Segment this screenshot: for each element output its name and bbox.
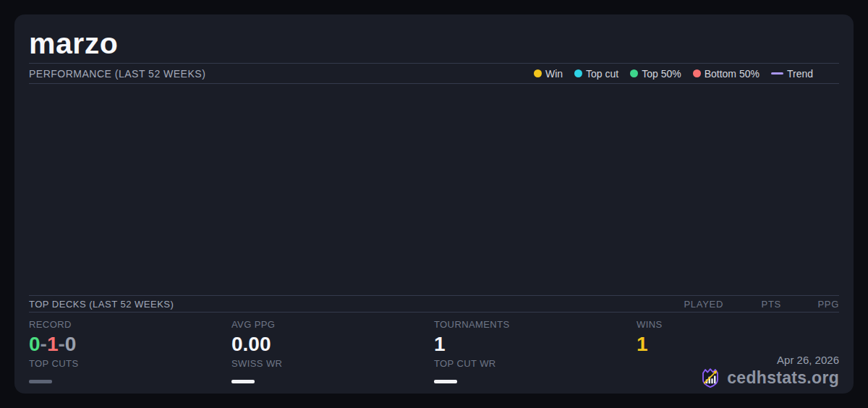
record-draws: 0 (65, 333, 77, 355)
legend-item-top-cut[interactable]: Top cut (574, 68, 618, 80)
legend-item-trend[interactable]: Trend (771, 68, 813, 80)
generated-date: Apr 26, 2026 (777, 354, 839, 366)
top-cut-wr-label: TOP CUT WR (434, 358, 637, 370)
legend-item-top50[interactable]: Top 50% (630, 68, 681, 80)
top-decks-column-headers: PLAYED PTS PPG (665, 299, 839, 310)
legend-item-bottom50[interactable]: Bottom 50% (693, 68, 760, 80)
performance-chart-area (29, 84, 839, 295)
top-decks-header-label: TOP DECKS (LAST 52 WEEKS) (29, 299, 174, 310)
legend-label-trend: Trend (787, 68, 813, 80)
wins-label: WINS (637, 319, 839, 331)
stat-col-record: RECORD 0-1-0 TOP CUTS (29, 319, 231, 383)
column-header-pts: PTS (723, 299, 781, 310)
top-decks-section-header: TOP DECKS (LAST 52 WEEKS) PLAYED PTS PPG (29, 295, 839, 313)
swiss-wr-empty-dash (231, 380, 255, 383)
record-separator: - (58, 333, 64, 355)
record-value: 0-1-0 (29, 331, 231, 358)
legend-item-win[interactable]: Win (534, 68, 563, 80)
trend-line-icon (771, 72, 783, 75)
column-header-played: PLAYED (665, 299, 723, 310)
record-label: RECORD (29, 319, 231, 331)
bottom50-dot-icon (693, 69, 701, 77)
win-dot-icon (534, 69, 542, 77)
avg-ppg-value: 0.00 (231, 331, 434, 358)
top-cut-wr-empty-dash (434, 380, 457, 383)
stat-col-avg-ppg: AVG PPG 0.00 SWISS WR (231, 319, 434, 383)
swiss-wr-label: SWISS WR (231, 358, 434, 370)
brand-name: cedhstats.org (727, 368, 839, 388)
column-header-ppg: PPG (781, 299, 839, 310)
stat-col-tournaments: TOURNAMENTS 1 TOP CUT WR (434, 319, 637, 383)
brand-link[interactable]: cedhstats.org (699, 366, 839, 389)
legend-label-bottom50: Bottom 50% (705, 68, 760, 80)
performance-section-header: PERFORMANCE (LAST 52 WEEKS) Win Top cut … (29, 63, 839, 84)
performance-header-label: PERFORMANCE (LAST 52 WEEKS) (29, 68, 205, 80)
tournaments-value: 1 (434, 331, 637, 358)
top-cut-dot-icon (574, 69, 582, 77)
top-cuts-empty-dash (29, 380, 52, 383)
top-cuts-label: TOP CUTS (29, 358, 231, 370)
tournaments-label: TOURNAMENTS (434, 319, 637, 331)
legend-label-win: Win (545, 68, 563, 80)
record-separator: - (41, 333, 47, 355)
legend-label-top-cut: Top cut (586, 68, 618, 80)
chart-legend: Win Top cut Top 50% Bottom 50% Trend (534, 68, 813, 80)
avg-ppg-label: AVG PPG (231, 319, 434, 331)
record-wins: 0 (29, 333, 41, 355)
top50-dot-icon (630, 69, 638, 77)
page-title: marzo (29, 26, 839, 61)
cedhstats-logo-icon (699, 366, 721, 389)
legend-label-top50: Top 50% (642, 68, 681, 80)
player-stats-card: marzo PERFORMANCE (LAST 52 WEEKS) Win To… (14, 14, 854, 394)
record-losses: 1 (47, 333, 59, 355)
